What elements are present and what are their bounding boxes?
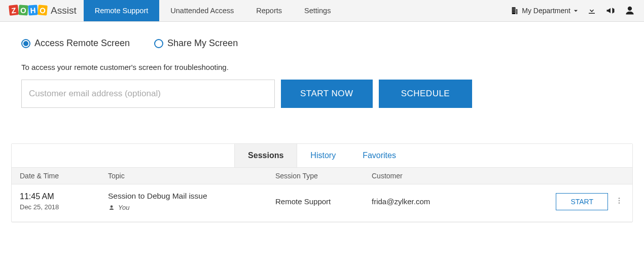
row-menu-button[interactable] bbox=[615, 197, 623, 206]
svg-point-1 bbox=[619, 200, 620, 202]
session-owner: You bbox=[108, 204, 275, 211]
product-name: Assist bbox=[51, 5, 77, 16]
megaphone-icon bbox=[605, 6, 616, 16]
col-session-type: Session Type bbox=[275, 172, 372, 180]
cell-topic: Session to Debug Mail issue You bbox=[108, 192, 275, 211]
user-icon bbox=[625, 6, 635, 16]
sessions-header-row: Date & Time Topic Session Type Customer bbox=[12, 168, 632, 184]
customer-email-input[interactable] bbox=[21, 80, 275, 108]
session-owner-label: You bbox=[118, 204, 129, 211]
topbar: ZOHO Assist Remote Support Unattended Ac… bbox=[0, 0, 644, 22]
building-icon bbox=[511, 7, 519, 15]
session-date: Dec 25, 2018 bbox=[20, 203, 108, 211]
cell-date-time: 11:45 AM Dec 25, 2018 bbox=[12, 192, 108, 211]
start-action-row: START NOW SCHEDULE bbox=[21, 80, 623, 108]
session-topic: Session to Debug Mail issue bbox=[108, 192, 275, 201]
main-nav: Remote Support Unattended Access Reports… bbox=[84, 0, 342, 21]
nav-reports[interactable]: Reports bbox=[245, 0, 293, 21]
radio-label: Share My Screen bbox=[167, 38, 238, 49]
zoho-logo-icon: ZOHO bbox=[9, 5, 48, 15]
session-time: 11:45 AM bbox=[20, 192, 108, 201]
main: Access Remote Screen Share My Screen To … bbox=[0, 22, 644, 222]
tab-history[interactable]: History bbox=[297, 144, 349, 167]
user-icon bbox=[108, 204, 115, 211]
col-actions bbox=[514, 172, 632, 180]
download-icon bbox=[587, 6, 596, 15]
mode-description: To access your remote customer's screen … bbox=[21, 63, 623, 71]
announcements-button[interactable] bbox=[605, 6, 616, 16]
radio-access-remote-screen[interactable]: Access Remote Screen bbox=[21, 38, 130, 49]
mode-select: Access Remote Screen Share My Screen bbox=[21, 38, 623, 49]
start-session-button[interactable]: START bbox=[556, 193, 608, 210]
profile-button[interactable] bbox=[625, 6, 635, 16]
start-now-button[interactable]: START NOW bbox=[281, 80, 373, 108]
col-customer: Customer bbox=[372, 172, 514, 180]
chevron-down-icon bbox=[574, 9, 578, 13]
radio-indicator bbox=[154, 39, 163, 48]
department-dropdown[interactable]: My Department bbox=[511, 7, 578, 15]
cell-session-type: Remote Support bbox=[275, 197, 372, 206]
sessions-panel: Sessions History Favorites Date & Time T… bbox=[11, 143, 633, 222]
svg-point-0 bbox=[619, 198, 620, 199]
radio-label: Access Remote Screen bbox=[34, 38, 130, 49]
tab-sessions[interactable]: Sessions bbox=[234, 144, 297, 167]
tab-favorites[interactable]: Favorites bbox=[349, 144, 410, 167]
cell-actions: START bbox=[514, 193, 632, 210]
logo: ZOHO Assist bbox=[0, 0, 84, 21]
radio-share-my-screen[interactable]: Share My Screen bbox=[154, 38, 238, 49]
nav-remote-support[interactable]: Remote Support bbox=[84, 0, 160, 21]
topbar-right: My Department bbox=[511, 0, 644, 21]
col-topic: Topic bbox=[108, 172, 275, 180]
kebab-menu-icon bbox=[615, 197, 623, 205]
nav-unattended-access[interactable]: Unattended Access bbox=[159, 0, 245, 21]
nav-settings[interactable]: Settings bbox=[293, 0, 342, 21]
schedule-button[interactable]: SCHEDULE bbox=[379, 80, 473, 108]
cell-customer: frida@zylker.com bbox=[372, 197, 514, 206]
sessions-tabs: Sessions History Favorites bbox=[12, 144, 632, 168]
svg-point-2 bbox=[619, 202, 620, 204]
download-button[interactable] bbox=[587, 6, 596, 15]
radio-indicator bbox=[21, 39, 30, 48]
col-date-time: Date & Time bbox=[12, 172, 108, 180]
department-label: My Department bbox=[522, 7, 570, 15]
table-row: 11:45 AM Dec 25, 2018 Session to Debug M… bbox=[12, 184, 632, 222]
